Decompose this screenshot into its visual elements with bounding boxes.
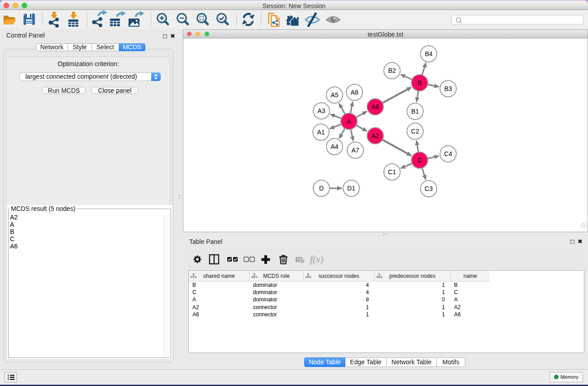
svg-text:B3: B3 [444, 85, 452, 92]
svg-text:A2: A2 [371, 132, 379, 139]
svg-text:C4: C4 [444, 150, 452, 157]
svg-text:B2: B2 [388, 67, 396, 74]
svg-text:B: B [417, 79, 421, 86]
svg-text:A5: A5 [330, 91, 338, 99]
svg-text:A1: A1 [317, 129, 325, 136]
svg-text:B4: B4 [425, 50, 432, 57]
svg-text:A7: A7 [351, 147, 359, 154]
svg-text:C1: C1 [388, 168, 396, 176]
svg-text:A: A [347, 118, 351, 125]
svg-text:C: C [417, 157, 422, 164]
svg-text:f(x): f(x) [310, 254, 323, 265]
svg-text:D: D [319, 185, 324, 192]
svg-text:A8: A8 [350, 89, 358, 96]
svg-text:D1: D1 [347, 185, 355, 192]
svg-text:B1: B1 [411, 108, 419, 115]
svg-text:C3: C3 [425, 185, 433, 192]
svg-text:A4: A4 [330, 143, 338, 150]
svg-text:A6: A6 [371, 103, 379, 110]
svg-text:C2: C2 [411, 128, 419, 135]
svg-text:A3: A3 [317, 107, 325, 114]
